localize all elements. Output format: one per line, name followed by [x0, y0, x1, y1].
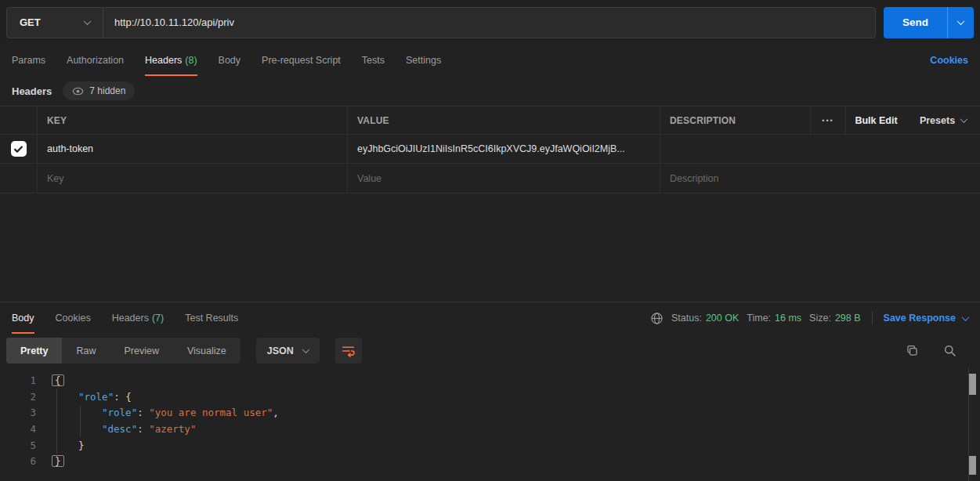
copy-response-button[interactable] — [899, 338, 925, 363]
tab-label: Tests — [362, 55, 385, 66]
method-value: GET — [20, 16, 41, 28]
column-header-value: VALUE — [348, 107, 660, 134]
response-tab-headers[interactable]: Headers (7) — [112, 302, 165, 334]
tab-count: (8) — [185, 55, 197, 66]
response-body-viewer[interactable]: 1 { 2 "role": { 3 "role": "you are norma… — [0, 367, 980, 481]
tab-settings[interactable]: Settings — [406, 45, 441, 76]
code-line: 6 } — [0, 453, 980, 469]
new-value-field[interactable]: Value — [348, 164, 660, 193]
tab-pre-request-script[interactable]: Pre-request Script — [262, 45, 341, 76]
hidden-headers-toggle[interactable]: 7 hidden — [63, 81, 135, 100]
presets-dropdown[interactable]: Presets — [906, 107, 980, 134]
tab-label: Test Results — [185, 313, 238, 324]
request-tabs: Params Authorization Headers (8) Body Pr… — [0, 45, 980, 76]
divider — [872, 311, 873, 325]
response-tab-body[interactable]: Body — [12, 302, 34, 334]
new-description-field[interactable]: Description — [660, 164, 980, 193]
time-badge: Time: 16 ms — [747, 313, 801, 324]
table-row: auth-token eyJhbGciOiJIUzI1NiIsInR5cCI6I… — [0, 135, 980, 164]
view-tab-visualize[interactable]: Visualize — [173, 338, 240, 363]
bulk-edit-button[interactable]: Bulk Edit — [846, 107, 906, 134]
send-button[interactable]: Send — [884, 7, 947, 38]
scrollbar-thumb[interactable] — [969, 374, 976, 395]
cookies-link[interactable]: Cookies — [930, 55, 968, 66]
response-tabs: Body Cookies Headers (7) Test Results — [0, 302, 980, 334]
chevron-down-icon — [302, 345, 309, 353]
view-tab-pretty[interactable]: Pretty — [6, 338, 62, 363]
view-mode-switcher: Pretty Raw Preview Visualize — [6, 338, 240, 363]
line-number: 2 — [0, 391, 36, 403]
tab-label: Cookies — [56, 313, 91, 324]
table-row-empty: Key Value Description — [0, 164, 980, 193]
url-container: GET — [6, 7, 876, 38]
more-actions-icon: ••• — [822, 117, 834, 125]
wrap-text-icon — [341, 343, 356, 358]
tab-params[interactable]: Params — [12, 45, 45, 76]
line-number: 4 — [0, 423, 36, 435]
code-line: 3 "role": "you are normal user", — [0, 404, 980, 421]
row-checkbox-checked[interactable] — [11, 141, 27, 157]
chevron-down-icon — [957, 17, 965, 25]
row-select-cell — [0, 164, 38, 193]
chevron-down-icon — [84, 17, 92, 25]
headers-table: KEY VALUE DESCRIPTION ••• Bulk Edit Pres… — [0, 106, 980, 193]
indent-guide — [56, 389, 57, 454]
tab-label: Body — [12, 313, 34, 324]
line-number: 5 — [0, 439, 36, 451]
format-value: JSON — [267, 345, 294, 356]
line-number: 6 — [0, 455, 36, 467]
tab-label: Headers — [112, 313, 149, 324]
view-tab-preview[interactable]: Preview — [110, 338, 172, 363]
code-line: 5 } — [0, 437, 980, 454]
save-response-button[interactable]: Save Response — [884, 313, 968, 324]
header-select-cell — [0, 107, 38, 134]
tab-label: Headers — [145, 55, 182, 66]
response-panel: Body Cookies Headers (7) Test Results — [0, 302, 980, 481]
send-options-button[interactable] — [947, 7, 974, 38]
format-dropdown[interactable]: JSON — [256, 338, 320, 363]
column-header-description: DESCRIPTION — [660, 107, 811, 134]
header-value-field[interactable]: eyJhbGciOiJIUzI1NiIsInR5cCI6IkpXVCJ9.eyJ… — [348, 135, 660, 163]
tab-body[interactable]: Body — [219, 45, 241, 76]
indent-guide — [80, 405, 81, 437]
header-description-field[interactable] — [660, 135, 980, 163]
hidden-headers-label: 7 hidden — [89, 85, 125, 96]
status-badge: Status: 200 OK — [671, 313, 739, 324]
tab-headers[interactable]: Headers (8) — [145, 45, 197, 76]
chevron-down-icon — [960, 115, 968, 123]
response-meta: Status: 200 OK Time: 16 ms Size: 298 B S… — [650, 302, 968, 334]
eye-icon — [72, 85, 84, 97]
method-dropdown[interactable]: GET — [7, 8, 103, 38]
tab-label: Settings — [406, 55, 441, 66]
code-line: 2 "role": { — [0, 389, 980, 405]
search-response-button[interactable] — [936, 338, 963, 363]
scrollbar-thumb[interactable] — [969, 456, 976, 475]
response-tab-test-results[interactable]: Test Results — [185, 302, 238, 334]
fold-toggle[interactable]: } — [52, 455, 64, 467]
header-key-field[interactable]: auth-token — [38, 135, 348, 163]
search-icon — [943, 344, 956, 357]
tab-label: Params — [12, 55, 45, 66]
tab-label: Pre-request Script — [262, 55, 341, 66]
new-key-field[interactable]: Key — [38, 164, 348, 193]
tab-authorization[interactable]: Authorization — [67, 45, 124, 76]
chevron-down-icon — [962, 313, 970, 321]
tab-count: (7) — [152, 313, 164, 324]
wrap-text-button[interactable] — [335, 338, 362, 363]
globe-icon[interactable] — [650, 312, 664, 325]
column-header-key: KEY — [38, 107, 348, 134]
code-line: 1 { — [0, 372, 980, 389]
code-line: 4 "desc": "azerty" — [0, 421, 980, 437]
response-tab-cookies[interactable]: Cookies — [56, 302, 91, 334]
fold-toggle[interactable]: { — [52, 374, 64, 386]
response-actions — [899, 338, 974, 363]
more-actions-button[interactable]: ••• — [811, 107, 846, 134]
headers-section-title: Headers — [12, 85, 52, 97]
view-tab-raw[interactable]: Raw — [62, 338, 110, 363]
copy-icon — [906, 344, 919, 357]
tab-tests[interactable]: Tests — [362, 45, 385, 76]
line-number: 3 — [0, 407, 36, 418]
empty-area — [0, 193, 980, 302]
row-select-cell — [0, 135, 38, 163]
url-input[interactable] — [103, 8, 875, 38]
